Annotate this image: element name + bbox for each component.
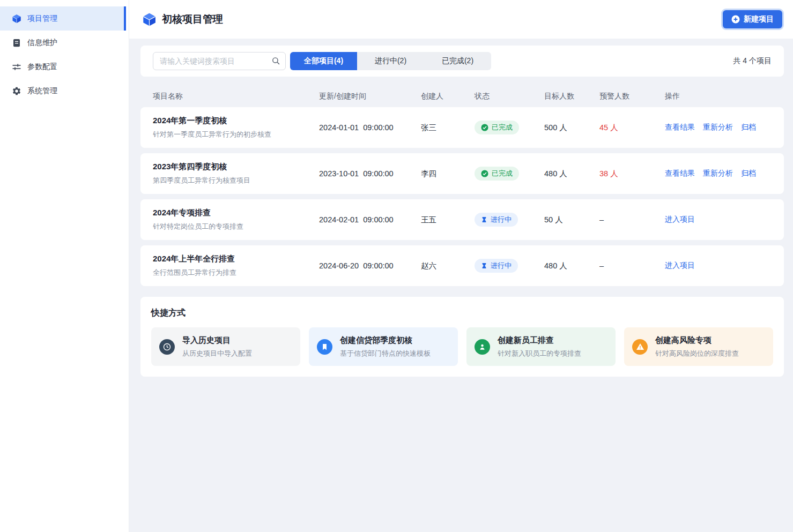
sliders-icon	[12, 62, 21, 72]
new-project-button[interactable]: 新建项目	[723, 10, 782, 28]
table-row: 2023年第四季度初核 第四季度员工异常行为核查项目 2023-10-01 09…	[140, 153, 784, 194]
target-count: 500 人	[544, 123, 599, 133]
shortcuts-panel: 快捷方式 导入历史项目 从历史项目中导入配置	[140, 297, 784, 377]
shortcut-credit-dept-review[interactable]: 创建信贷部季度初核 基于信贷部门特点的快速模板	[309, 327, 458, 366]
project-time: 2024-06-20 09:00:00	[319, 261, 421, 270]
project-name: 2024年专项排查	[153, 208, 319, 218]
project-description: 全行范围员工异常行为排查	[153, 268, 319, 278]
target-count: 50 人	[544, 215, 599, 225]
archive-link[interactable]: 归档	[741, 169, 756, 178]
project-description: 针对第一季度员工异常行为的初步核查	[153, 130, 319, 139]
project-total-count: 共 4 个项目	[733, 56, 772, 66]
col-status: 状态	[475, 92, 544, 101]
plus-circle-icon	[731, 15, 740, 24]
project-time: 2023-10-01 09:00:00	[319, 169, 421, 178]
search-box	[153, 52, 286, 70]
tab-in-progress[interactable]: 进行中(2)	[357, 52, 424, 70]
warning-count: –	[599, 215, 665, 224]
status-tabs: 全部项目(4) 进行中(2) 已完成(2)	[290, 52, 491, 70]
project-time: 2024-02-01 09:00:00	[319, 215, 421, 224]
enter-project-link[interactable]: 进入项目	[665, 215, 695, 224]
search-input[interactable]	[153, 52, 286, 70]
hourglass-icon	[481, 263, 487, 269]
view-results-link[interactable]: 查看结果	[665, 169, 695, 178]
sidebar-item-parameter-config[interactable]: 参数配置	[0, 55, 126, 79]
shortcuts-title: 快捷方式	[151, 308, 773, 319]
sidebar: 项目管理 信息维护 参数配置 系统管理	[0, 0, 129, 532]
archive-link[interactable]: 归档	[741, 123, 756, 132]
shortcut-title: 创建信贷部季度初核	[340, 335, 431, 346]
sidebar-item-system-management[interactable]: 系统管理	[0, 79, 126, 103]
col-target-count: 目标人数	[544, 92, 599, 101]
page-title: 初核项目管理	[162, 12, 223, 26]
reanalyze-link[interactable]: 重新分析	[703, 123, 733, 132]
shortcut-title: 导入历史项目	[182, 335, 252, 346]
target-count: 480 人	[544, 169, 599, 179]
sidebar-item-label: 信息维护	[27, 38, 57, 48]
shortcut-description: 基于信贷部门特点的快速模板	[340, 349, 431, 358]
sidebar-item-info-maintenance[interactable]: 信息维护	[0, 31, 126, 55]
shortcut-title: 创建高风险专项	[655, 335, 739, 346]
view-results-link[interactable]: 查看结果	[665, 123, 695, 132]
tab-all-projects[interactable]: 全部项目(4)	[290, 52, 357, 70]
shortcut-new-employee-screening[interactable]: 创建新员工排查 针对新入职员工的专项排查	[466, 327, 616, 366]
warning-count: 38 人	[599, 169, 665, 179]
shortcut-description: 针对新入职员工的专项排查	[498, 349, 581, 358]
shortcut-description: 从历史项目中导入配置	[182, 349, 252, 358]
enter-project-link[interactable]: 进入项目	[665, 261, 695, 271]
table-row: 2024年上半年全行排查 全行范围员工异常行为排查 2024-06-20 09:…	[140, 245, 784, 286]
status-badge: 已完成	[475, 121, 519, 134]
sidebar-item-label: 项目管理	[27, 14, 57, 24]
project-name: 2024年上半年全行排查	[153, 254, 319, 264]
col-project-name: 项目名称	[153, 92, 319, 101]
table-header: 项目名称 更新/创建时间 创建人 状态 目标人数 预警人数 操作	[140, 86, 784, 107]
content: 全部项目(4) 进行中(2) 已完成(2) 共 4 个项目 项目名称 更新/创建…	[129, 39, 793, 377]
status-badge: 进行中	[475, 259, 518, 273]
warning-count: 45 人	[599, 123, 665, 133]
project-time: 2024-01-01 09:00:00	[319, 123, 421, 132]
project-creator: 张三	[421, 123, 475, 133]
table-row: 2024年专项排查 针对特定岗位员工的专项排查 2024-02-01 09:00…	[140, 199, 784, 240]
sidebar-item-project-management[interactable]: 项目管理	[0, 6, 126, 31]
page-header: 初核项目管理 新建项目	[129, 0, 793, 39]
main-area: 初核项目管理 新建项目 全部项目	[129, 0, 793, 377]
shortcut-description: 针对高风险岗位的深度排查	[655, 349, 739, 358]
col-creator: 创建人	[421, 92, 475, 101]
project-name: 2024年第一季度初核	[153, 116, 319, 126]
project-description: 针对特定岗位员工的专项排查	[153, 222, 319, 231]
gear-icon	[12, 86, 21, 96]
shortcut-import-history[interactable]: 导入历史项目 从历史项目中导入配置	[151, 327, 300, 366]
clock-icon	[159, 339, 175, 355]
search-icon[interactable]	[271, 56, 280, 65]
project-name: 2023年第四季度初核	[153, 162, 319, 172]
shortcut-high-risk-special[interactable]: 创建高风险专项 针对高风险岗位的深度排查	[624, 327, 773, 366]
row-actions: 进入项目	[665, 215, 772, 224]
status-badge: 进行中	[475, 213, 518, 227]
app-cube-icon	[142, 12, 157, 27]
status-badge: 已完成	[475, 167, 519, 181]
sidebar-item-label: 参数配置	[27, 62, 57, 72]
shortcut-title: 创建新员工排查	[498, 335, 581, 346]
row-actions: 查看结果 重新分析 归档	[665, 123, 772, 132]
filter-toolbar: 全部项目(4) 进行中(2) 已完成(2) 共 4 个项目	[140, 46, 784, 77]
user-icon	[475, 339, 490, 355]
check-circle-icon	[481, 170, 488, 177]
sidebar-item-label: 系统管理	[27, 86, 57, 96]
table-row: 2024年第一季度初核 针对第一季度员工异常行为的初步核查 2024-01-01…	[140, 107, 784, 148]
document-icon	[12, 38, 21, 48]
target-count: 480 人	[544, 261, 599, 271]
project-creator: 李四	[421, 169, 475, 179]
tab-completed[interactable]: 已完成(2)	[424, 52, 491, 70]
bookmark-icon	[317, 339, 332, 355]
col-actions: 操作	[665, 92, 772, 101]
cube-icon	[12, 14, 21, 24]
reanalyze-link[interactable]: 重新分析	[703, 169, 733, 178]
check-circle-icon	[481, 124, 488, 131]
project-description: 第四季度员工异常行为核查项目	[153, 176, 319, 185]
project-creator: 王五	[421, 215, 475, 225]
project-creator: 赵六	[421, 261, 475, 271]
row-actions: 进入项目	[665, 261, 772, 271]
hourglass-icon	[481, 216, 487, 223]
col-warning-count: 预警人数	[599, 92, 665, 101]
warning-count: –	[599, 261, 665, 270]
